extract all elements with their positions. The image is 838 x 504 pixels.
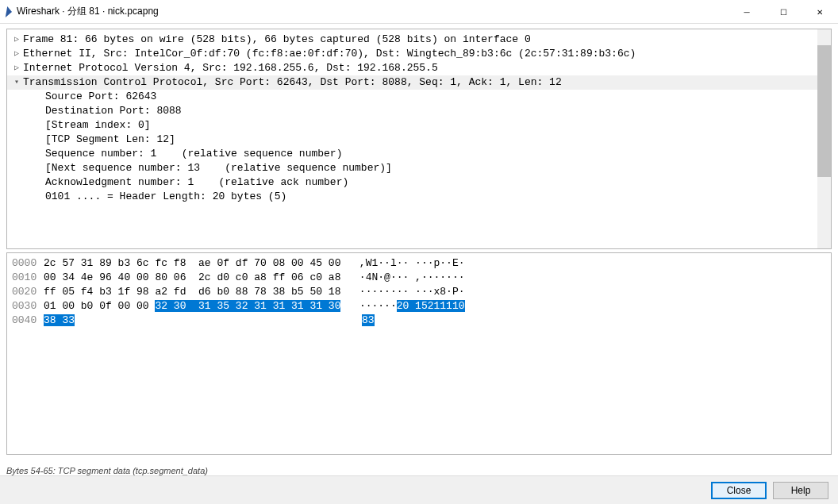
tcp-dst-port[interactable]: Destination Port: 8088 [7, 104, 831, 118]
hex-row-0040[interactable]: 004038 3383 [12, 314, 826, 328]
tcp-ack[interactable]: Acknowledgment number: 1 (relative ack n… [7, 175, 831, 190]
ip-row[interactable]: ▷Internet Protocol Version 4, Src: 192.1… [7, 61, 831, 75]
hex-row-0010[interactable]: 001000 34 4e 96 40 00 80 06 2c d0 c0 a8 … [12, 271, 826, 285]
window-controls: ─ ☐ ✕ [728, 0, 838, 23]
selected-ascii: 83 [362, 314, 375, 326]
dialog-footer: Close Help [0, 475, 838, 504]
protocol-tree-pane[interactable]: ▷Frame 81: 66 bytes on wire (528 bits), … [6, 29, 832, 249]
expand-icon[interactable]: ▷ [10, 47, 23, 61]
close-button[interactable]: Close [711, 482, 767, 499]
eth-row[interactable]: ▷Ethernet II, Src: IntelCor_0f:df:70 (fc… [7, 47, 831, 61]
expand-icon[interactable]: ▷ [10, 61, 23, 75]
title-bar: Wireshark · 分组 81 · nick.pcapng ─ ☐ ✕ [0, 0, 838, 24]
tcp-src-port[interactable]: Source Port: 62643 [7, 90, 831, 104]
tcp-seq[interactable]: Sequence number: 1 (relative sequence nu… [7, 147, 831, 161]
frame-row[interactable]: ▷Frame 81: 66 bytes on wire (528 bits), … [7, 33, 831, 47]
maximize-button[interactable]: ☐ [765, 0, 801, 24]
hex-row-0020[interactable]: 0020ff 05 f4 b3 1f 98 a2 fd d6 b0 88 78 … [12, 285, 826, 299]
selected-ascii: 20 15211110 [397, 300, 465, 312]
proto-scrollbar[interactable] [817, 29, 831, 248]
selected-hex-bytes: 32 30 31 35 32 31 31 31 31 30 [155, 300, 340, 312]
expand-icon[interactable]: ▷ [10, 33, 23, 47]
scroll-thumb[interactable] [817, 45, 831, 177]
status-bar: Bytes 54-65: TCP segment data (tcp.segme… [6, 466, 208, 475]
tcp-stream[interactable]: [Stream index: 0] [7, 118, 831, 133]
tcp-row[interactable]: ▾Transmission Control Protocol, Src Port… [7, 75, 831, 90]
minimize-button[interactable]: ─ [728, 0, 765, 24]
hex-dump-pane[interactable]: 00002c 57 31 89 b3 6c fc f8 ae 0f df 70 … [6, 252, 832, 455]
help-button[interactable]: Help [773, 482, 828, 499]
tcp-seglen[interactable]: [TCP Segment Len: 12] [7, 133, 831, 147]
window-title: Wireshark · 分组 81 · nick.pcapng [17, 5, 728, 18]
wireshark-icon [6, 6, 13, 17]
tcp-hdrlen[interactable]: 0101 .... = Header Length: 20 bytes (5) [7, 190, 831, 204]
selected-hex-bytes: 38 33 [44, 314, 75, 326]
hex-row-0030[interactable]: 003001 00 b0 0f 00 00 32 30 31 35 32 31 … [12, 299, 826, 314]
close-window-button[interactable]: ✕ [801, 0, 838, 24]
collapse-icon[interactable]: ▾ [10, 75, 23, 90]
tcp-nextseq[interactable]: [Next sequence number: 13 (relative sequ… [7, 161, 831, 175]
hex-row-0000[interactable]: 00002c 57 31 89 b3 6c fc f8 ae 0f df 70 … [12, 256, 826, 271]
